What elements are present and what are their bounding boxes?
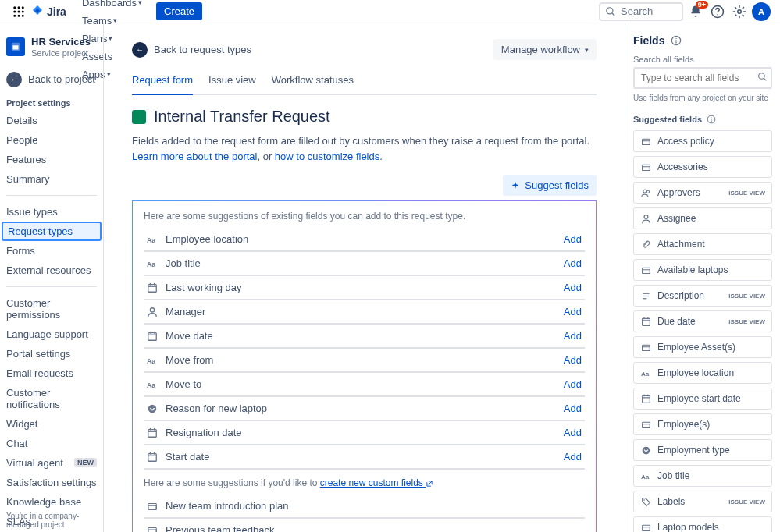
add-field-link[interactable]: Add [564,282,582,293]
field-search-input[interactable] [633,67,772,89]
avatar[interactable]: A [752,2,771,21]
field-item-employee-s-[interactable]: Employee(s) [633,413,772,435]
field-item-employee-start-date[interactable]: Employee start date [633,388,772,410]
svg-rect-33 [13,45,19,49]
field-item-labels[interactable]: LabelsISSUE VIEW [633,491,772,512]
suggestion-row: Reason for new laptopAdd [144,397,585,421]
sidebar-item-external-resources[interactable]: External resources [0,261,103,280]
settings-icon[interactable] [730,2,749,21]
sidebar-item-satisfaction-settings[interactable]: Satisfaction settings [0,473,103,492]
nav-dashboards[interactable]: Dashboards ▾ [76,0,148,12]
tab-issue-view[interactable]: Issue view [208,69,256,94]
project-type: Service project [31,48,91,58]
add-field-link[interactable]: Add [564,403,582,414]
folder-icon [640,264,651,275]
field-item-description[interactable]: DescriptionISSUE VIEW [633,285,772,307]
sidebar-item-forms[interactable]: Forms [0,241,103,261]
folder-icon [640,342,651,353]
back-to-project[interactable]: ← Back to project [0,67,103,92]
add-field-link[interactable]: Add [564,306,582,317]
add-field-link[interactable]: Add [564,257,582,269]
add-field-link[interactable]: Add [564,427,582,438]
sidebar-item-portal-settings[interactable]: Portal settings [0,344,103,364]
field-name: Reason for new laptop [166,403,267,414]
field-item-available-laptops[interactable]: Available laptops [633,259,772,281]
sidebar-item-summary[interactable]: Summary [0,169,103,189]
date-icon [640,393,651,404]
add-field-link[interactable]: Add [564,330,582,342]
notifications-icon[interactable]: 9+ [686,2,705,21]
fields-panel: Fields Search all fields Use fields from… [625,23,780,532]
text-icon [640,470,651,481]
request-type-icon [132,110,146,124]
field-item-job-title[interactable]: Job title [633,465,772,487]
tab-workflow-statuses[interactable]: Workflow statuses [272,69,354,94]
back-to-request-types[interactable]: ← Back to request types [132,42,251,58]
jira-logo[interactable]: Jira [31,5,66,18]
field-name: Move date [166,330,213,342]
sidebar-item-customer-notifications[interactable]: Customer notifications [0,383,103,414]
folder-icon [640,419,651,430]
field-item-employee-asset-s-[interactable]: Employee Asset(s) [633,336,772,358]
sidebar-item-language-support[interactable]: Language support [0,325,103,344]
suggestion-row: Resignation dateAdd [144,421,585,445]
field-item-employee-location[interactable]: Employee location [633,362,772,384]
create-button[interactable]: Create [156,2,202,20]
custom-suggestion-row: New team introduction plan [144,495,585,519]
add-field-link[interactable]: Add [564,451,582,463]
field-item-access-policy[interactable]: Access policy [633,130,772,152]
existing-intro: Here are some suggestions of existing fi… [144,211,585,222]
sidebar-item-customer-permissions[interactable]: Customer permissions [0,293,103,325]
field-item-employment-type[interactable]: Employment type [633,439,772,461]
field-item-approvers[interactable]: ApproversISSUE VIEW [633,182,772,204]
suggestion-row: Move toAdd [144,373,585,397]
sidebar-item-details[interactable]: Details [0,111,103,130]
learn-more-link[interactable]: Learn more about the portal [132,151,257,162]
attach-icon [640,239,651,250]
description: Fields added to the request form are fil… [132,133,597,164]
tab-request-form[interactable]: Request form [132,69,193,94]
folder-icon [640,136,651,147]
folder-icon [640,161,651,172]
fields-hint: Use fields from any project on your site [633,94,772,102]
field-name: New team introduction plan [166,500,289,512]
info-icon[interactable] [671,35,682,46]
sidebar-item-email-requests[interactable]: Email requests [0,364,103,383]
users-icon [640,187,651,198]
search-label: Search all fields [633,55,772,64]
date-icon [147,427,158,438]
add-field-link[interactable]: Add [564,354,582,366]
sidebar-item-virtual-agent[interactable]: Virtual agentNEW [0,453,103,473]
sidebar-item-people[interactable]: People [0,130,103,150]
field-name: Move from [166,354,213,366]
sidebar-item-knowledge-base[interactable]: Knowledge base [0,492,103,512]
app-switcher-icon[interactable] [9,2,28,21]
add-field-link[interactable]: Add [564,378,582,390]
text-icon [147,234,158,245]
folder-icon [147,501,158,512]
add-field-link[interactable]: Add [564,233,582,245]
folder-icon [640,522,651,532]
sidebar-item-widget[interactable]: Widget [0,414,103,434]
field-name: Employee location [166,233,248,245]
suggestion-row: ManagerAdd [144,300,585,325]
field-item-laptop-models[interactable]: Laptop models [633,516,772,532]
sidebar-item-issue-types[interactable]: Issue types [0,202,103,222]
field-item-assignee[interactable]: Assignee [633,207,772,229]
field-item-accessories[interactable]: Accessories [633,156,772,178]
field-item-due-date[interactable]: Due dateISSUE VIEW [633,310,772,332]
suggest-fields-button[interactable]: Suggest fields [503,175,597,196]
sidebar-item-chat[interactable]: Chat [0,434,103,453]
customize-fields-link[interactable]: how to customize fields [275,151,379,162]
sidebar-item-request-types[interactable]: Request types [2,222,102,241]
text-icon [640,367,651,378]
manage-workflow-button[interactable]: Manage workflow▾ [493,39,597,60]
help-icon[interactable] [708,2,727,21]
sidebar: HR Services Service project ← Back to pr… [0,23,104,532]
create-custom-fields-link[interactable]: create new custom fields [320,477,433,488]
chevron-down-icon: ▾ [585,46,589,54]
global-search[interactable]: Search [599,2,683,21]
project-icon [6,37,25,56]
field-item-attachment[interactable]: Attachment [633,233,772,255]
sidebar-item-features[interactable]: Features [0,150,103,169]
